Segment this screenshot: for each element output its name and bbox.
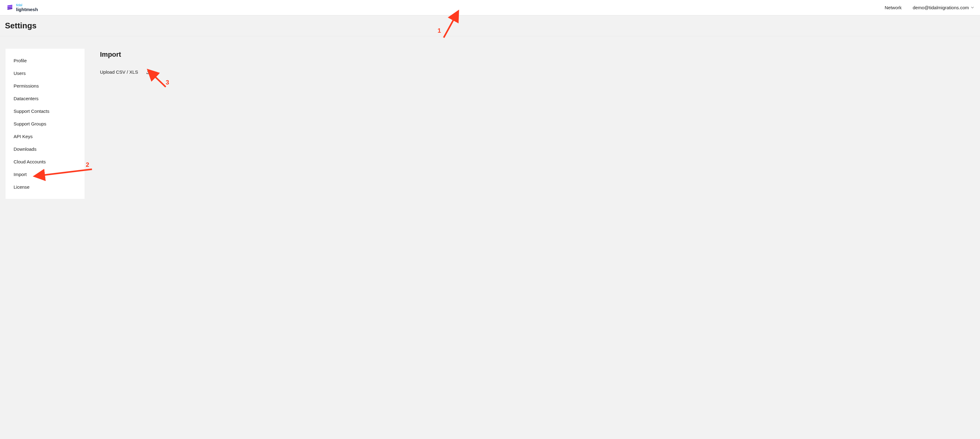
topbar-right: Network demo@tidalmigrations.com xyxy=(885,5,974,10)
sidebar-item-license[interactable]: License xyxy=(6,181,84,193)
brand-icon xyxy=(6,4,14,11)
brand-logo[interactable]: tidal lightmesh xyxy=(6,3,38,12)
upload-button[interactable] xyxy=(145,69,151,74)
import-heading: Import xyxy=(100,51,974,59)
upload-label: Upload CSV / XLS xyxy=(100,69,138,74)
sidebar-item-profile[interactable]: Profile xyxy=(6,54,84,67)
nav-network[interactable]: Network xyxy=(885,5,902,10)
sidebar-item-users[interactable]: Users xyxy=(6,67,84,79)
sidebar-item-support-groups[interactable]: Support Groups xyxy=(6,117,84,130)
sidebar-item-datacenters[interactable]: Datacenters xyxy=(6,92,84,105)
main-panel: Import Upload CSV / XLS xyxy=(100,49,974,74)
settings-sidebar: Profile Users Permissions Datacenters Su… xyxy=(6,49,84,199)
sidebar-item-downloads[interactable]: Downloads xyxy=(6,143,84,155)
content: Profile Users Permissions Datacenters Su… xyxy=(0,36,980,206)
svg-rect-0 xyxy=(7,5,12,6)
page-title: Settings xyxy=(5,21,975,30)
upload-row: Upload CSV / XLS xyxy=(100,69,974,74)
account-dropdown[interactable]: demo@tidalmigrations.com xyxy=(913,5,974,10)
sidebar-item-cloud-accounts[interactable]: Cloud Accounts xyxy=(6,155,84,168)
upload-icon xyxy=(146,70,151,74)
brand-text-top: tidal xyxy=(16,3,38,7)
sidebar-item-api-keys[interactable]: API Keys xyxy=(6,130,84,143)
sidebar-item-support-contacts[interactable]: Support Contacts xyxy=(6,105,84,117)
topbar: tidal lightmesh Network demo@tidalmigrat… xyxy=(0,0,980,16)
page-header: Settings xyxy=(0,16,980,36)
chevron-down-icon xyxy=(971,6,974,9)
sidebar-item-permissions[interactable]: Permissions xyxy=(6,79,84,92)
brand-text: tidal lightmesh xyxy=(16,3,38,12)
svg-rect-2 xyxy=(7,8,12,10)
sidebar-item-import[interactable]: Import xyxy=(6,168,84,181)
svg-rect-1 xyxy=(7,6,12,8)
account-email: demo@tidalmigrations.com xyxy=(913,5,969,10)
brand-text-bottom: lightmesh xyxy=(16,7,38,12)
